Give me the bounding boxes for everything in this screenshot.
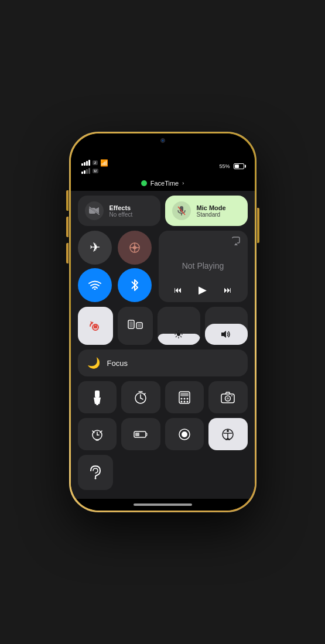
wifi-tile[interactable]: [78, 268, 112, 302]
rotation-lock-icon: [87, 318, 104, 334]
camera-icon: [221, 392, 235, 403]
flashlight-tile[interactable]: [78, 381, 117, 413]
svg-point-58: [182, 431, 187, 437]
status-left: J 📶 U: [81, 159, 108, 174]
accessibility-icon: [222, 429, 234, 440]
battery-tile-icon: [134, 430, 148, 439]
svg-point-44: [186, 400, 188, 402]
moon-icon: 🌙: [87, 357, 100, 369]
brightness-icon: [162, 330, 196, 340]
bluetooth-tile[interactable]: [118, 268, 152, 302]
bar4: [88, 160, 90, 166]
svg-marker-28: [221, 331, 226, 338]
carrier2-badge: U: [93, 169, 98, 173]
alarm-tile[interactable]: [78, 418, 117, 450]
svg-point-40: [183, 398, 185, 399]
mic-mode-subtitle: Standard: [197, 211, 226, 218]
svg-rect-38: [180, 393, 189, 396]
effects-tile[interactable]: Effects No effect: [78, 196, 160, 226]
screen-record-icon: [178, 428, 191, 441]
svg-rect-18: [138, 324, 141, 327]
svg-rect-56: [135, 433, 139, 436]
status-right: 55%: [219, 163, 244, 169]
effects-icon: [89, 207, 100, 215]
row-effects-mic: Effects No effect: [78, 196, 248, 226]
effects-subtitle: No effect: [110, 211, 133, 218]
svg-line-26: [180, 331, 182, 333]
svg-point-42: [180, 400, 182, 402]
svg-point-43: [183, 400, 185, 402]
volume-slider[interactable]: [205, 307, 248, 345]
bar3: [86, 169, 88, 174]
facetime-bar[interactable]: FaceTime ›: [71, 176, 255, 191]
signal-bars-2: [81, 168, 90, 174]
airplay-icon[interactable]: [231, 237, 241, 248]
airplane-icon: ✈: [90, 240, 100, 255]
bar2: [84, 170, 85, 174]
svg-rect-16: [129, 321, 133, 327]
wifi-icon: [88, 280, 101, 290]
battery-icon: [234, 163, 244, 169]
volume-icon: [210, 330, 243, 340]
svg-point-19: [177, 333, 180, 336]
carrier1-row: J 📶: [81, 159, 108, 167]
now-playing-tile[interactable]: Not Playing ⏮ ▶ ⏭: [159, 231, 248, 302]
mic-mode-tile[interactable]: Mic Mode Standard: [165, 196, 248, 226]
phone-inner: J 📶 U 55%: [71, 133, 255, 511]
rotation-lock-tile[interactable]: [78, 307, 113, 345]
facetime-label: FaceTime: [150, 180, 179, 187]
previous-button[interactable]: ⏮: [174, 285, 182, 294]
timer-icon: [134, 391, 147, 404]
row-network-nowplaying: ✈: [78, 231, 248, 302]
tools-row-2: [78, 418, 248, 450]
battery-fill: [235, 165, 240, 168]
bottom-row: [78, 455, 248, 490]
brightness-slider[interactable]: [158, 307, 200, 345]
network-grid: ✈: [78, 231, 154, 302]
flashlight-icon: [91, 390, 103, 405]
effects-icon-circle: [85, 201, 104, 220]
hearing-tile[interactable]: [78, 455, 113, 490]
svg-point-60: [227, 430, 229, 432]
play-button[interactable]: ▶: [199, 283, 207, 296]
carrier2-row: U: [81, 168, 108, 174]
svg-point-41: [186, 398, 188, 399]
tools-row-1: [78, 381, 248, 413]
focus-label: Focus: [107, 359, 128, 368]
home-bar: [134, 503, 192, 506]
mic-text: Mic Mode Standard: [197, 204, 226, 218]
airplay-svg: [231, 237, 241, 246]
home-indicator: [71, 499, 255, 511]
battery-body: [234, 163, 244, 169]
svg-line-24: [176, 331, 177, 333]
battery-tile[interactable]: [121, 418, 160, 450]
timer-tile[interactable]: [121, 381, 160, 413]
airplane-tile[interactable]: ✈: [78, 231, 112, 265]
row-controls-sliders: [78, 307, 248, 345]
svg-marker-30: [94, 398, 101, 404]
svg-point-47: [227, 397, 229, 399]
now-playing-top: [166, 237, 241, 248]
signal-bars-1: [81, 160, 90, 166]
calculator-tile[interactable]: [165, 381, 204, 413]
mic-mode-title: Mic Mode: [197, 204, 226, 211]
bar3: [86, 161, 88, 166]
svg-rect-14: [94, 324, 96, 326]
screen-mirror-tile[interactable]: [118, 307, 153, 345]
not-playing-text: Not Playing: [166, 248, 241, 283]
facetime-chevron-icon: ›: [182, 180, 184, 186]
bluetooth-icon: [131, 279, 139, 292]
next-button[interactable]: ⏭: [224, 285, 232, 294]
screen-record-tile[interactable]: [165, 418, 204, 450]
cellular-tile[interactable]: [118, 231, 152, 265]
alarm-icon: [91, 428, 104, 441]
camera-tile[interactable]: [208, 381, 248, 413]
phone-frame: J 📶 U 55%: [69, 132, 256, 512]
svg-point-10: [94, 289, 95, 290]
svg-point-61: [94, 478, 96, 479]
mic-icon-circle: [172, 201, 191, 220]
notch-area: [71, 133, 255, 157]
focus-tile[interactable]: 🌙 Focus: [78, 350, 248, 376]
accessibility-tile[interactable]: [208, 418, 248, 450]
carrier1-badge: J: [93, 160, 98, 165]
